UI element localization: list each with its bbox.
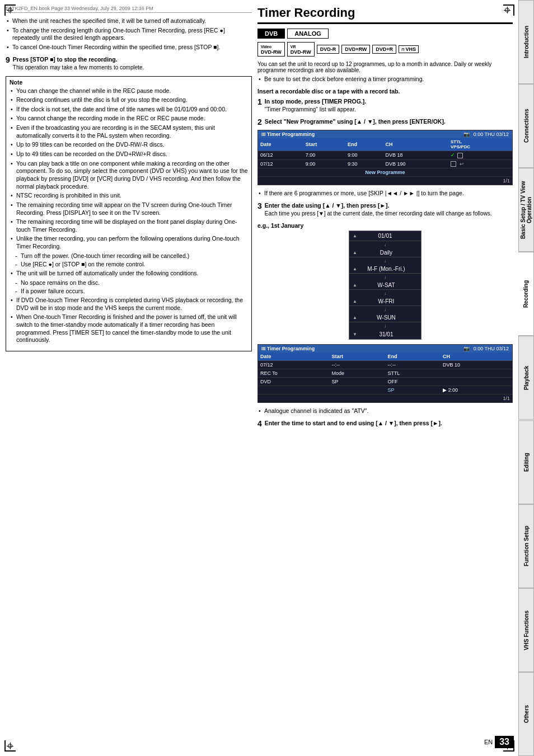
cell2-sp-val: ▶ 2:00 — [441, 386, 512, 394]
disc-icon-dvd-r: DVD-R — [317, 45, 340, 54]
cell-sttl: ↩ — [448, 159, 512, 168]
timer-prog-title-1: III Timer Programming — [261, 132, 315, 137]
bullet-item: To change the recording length during On… — [6, 27, 252, 42]
en-label: EN — [484, 739, 493, 745]
intro-note-item: Be sure to set the clock before entering… — [257, 76, 513, 83]
date-selector-container: ▲ 01/01 ▲ ↓ ▲ Daily x ↓ ▲ M-F — [257, 231, 513, 340]
arrow-left-daily: ▲ — [353, 250, 357, 255]
col2-start: Start — [329, 353, 385, 361]
date-mf-value: M-F (Mon.-Fri.) — [367, 266, 405, 272]
note-item: You can change the channel while in the … — [10, 87, 248, 95]
table-row: 06/12 7:00 9:00 DVB 18 ✓ — [258, 151, 512, 160]
step-9: 9 Press [STOP ■] to stop the recording. … — [6, 56, 252, 73]
col-ch: CH — [383, 138, 448, 151]
col2-date: Date — [258, 353, 329, 361]
note-condition: No space remains on the disc. — [10, 279, 248, 287]
arrow-up-wfri: ▲ — [353, 299, 357, 304]
arrow-down-5: ↓ — [349, 322, 421, 330]
mode-tabs[interactable]: DVB ANALOG — [257, 29, 513, 39]
note-item: The remaining recording time will appear… — [10, 201, 248, 217]
table-row: 07/12 9:00 9:30 DVB 190 ↩ — [258, 159, 512, 168]
arrow-up-wsun: ▲ — [353, 315, 357, 320]
page-number: 33 — [495, 736, 514, 748]
step-3-sub: Each time you press [▼] at the current d… — [265, 210, 513, 217]
cell2-mode-val: SP — [329, 377, 385, 386]
step-9-number: 9 — [6, 56, 10, 73]
note-item: When One-touch Timer Recording is finish… — [10, 313, 248, 344]
insert-note: Insert a recordable disc or a tape with … — [257, 88, 513, 95]
right-sidebar: Introduction Connections Basic Setup / T… — [518, 0, 534, 756]
timer-programming-box-2: III Timer Programming 📷 0:00 THU 03/12 D… — [257, 344, 513, 403]
date-selector[interactable]: ▲ 01/01 ▲ ↓ ▲ Daily x ↓ ▲ M-F — [349, 231, 421, 340]
step2-note: If there are 6 programmes or more, use [… — [257, 190, 513, 198]
step-3-number: 3 — [257, 202, 262, 219]
step-1: 1 In stop mode, press [TIMER PROG.]. "Ti… — [257, 98, 513, 115]
timer-prog-clock-2: 📷 0:00 THU 03/12 — [463, 346, 509, 351]
sidebar-tab-connections[interactable]: Connections — [518, 84, 534, 168]
note-condition: If a power failure occurs. — [10, 288, 248, 295]
timer-prog-clock-1: 📷 0:00 THU 03/12 — [463, 132, 509, 137]
step-4-number: 4 — [257, 420, 262, 428]
timer-prog-table-1: Date Start End CH STTLVPS/PDC 06/12 7:00… — [258, 138, 512, 177]
note-item: Up to 49 titles can be recorded on the D… — [10, 151, 248, 158]
timer-programming-box-1: III Timer Programming 📷 0:00 THU 03/12 D… — [257, 130, 513, 185]
cell-end: 9:30 — [345, 159, 383, 168]
col2-end: End — [386, 353, 441, 361]
sidebar-tab-basic-setup[interactable]: Basic Setup / TV View Operation — [518, 168, 534, 252]
left-column: E9TK2FD_EN.book Page 33 Wednesday, July … — [6, 6, 252, 750]
cell2-empty — [441, 369, 512, 377]
tab-dvb[interactable]: DVB — [257, 29, 285, 39]
cell-start: 9:00 — [303, 159, 345, 168]
disc-icons: Video DVD-RW VR DVD-RW DVD-R DVD+RW DVD+… — [257, 42, 513, 57]
step-9-title: Press [STOP ■] to stop the recording. — [13, 56, 118, 63]
date-wfri-value: W-FRI — [378, 298, 395, 304]
cell-date: 07/12 — [258, 159, 303, 168]
sidebar-tab-recording[interactable]: Recording — [518, 252, 534, 336]
step-3-title: Enter the date using [▲ / ▼], then press… — [265, 202, 390, 209]
sidebar-tab-playback[interactable]: Playback — [518, 336, 534, 420]
intro-text: You can set the unit to record up to 12 … — [257, 61, 513, 73]
sidebar-tab-function-setup[interactable]: Function Setup — [518, 504, 534, 588]
cell2-sttl-val: OFF — [386, 377, 441, 386]
cell-end: 9:00 — [345, 151, 383, 160]
cell-ch: DVB 18 — [383, 151, 448, 160]
step-4: 4 Enter the time to start and to end usi… — [257, 420, 513, 428]
eg-label: e.g., 1st January — [257, 222, 513, 229]
sidebar-tab-editing[interactable]: Editing — [518, 420, 534, 504]
table-row-2: 07/12 --:-- --:-- DVB 10 — [258, 360, 512, 369]
arrow-up-wsat: ▲ — [353, 283, 357, 288]
date-wsat-value: W-SAT — [377, 282, 395, 288]
cell2-mode-label: Mode — [329, 369, 385, 377]
sidebar-tab-introduction[interactable]: Introduction — [518, 0, 534, 84]
new-programme-row: New Programme — [258, 168, 512, 177]
date-wsun-value: W-SUN — [377, 314, 396, 321]
note-item: Recording continues until the disc is fu… — [10, 96, 248, 104]
date-wsun-row: ▲ W-SUN x — [349, 313, 421, 322]
note-item: The remaining recording time will be dis… — [10, 218, 248, 233]
arrow-down-1: ↓ — [349, 257, 421, 265]
date-daily-row: ▲ Daily x — [349, 248, 421, 257]
note-item: Up to 99 titles can be recorded on the D… — [10, 141, 248, 149]
sidebar-tab-vhs-functions[interactable]: VHS Functions — [518, 588, 534, 672]
step-2-title: Select "New Programme" using [▲ / ▼], th… — [265, 118, 446, 125]
col2-ch: CH — [441, 353, 512, 361]
disc-icon-dvd-rw-vr: VR DVD-RW — [287, 42, 315, 57]
note-item: NTSC recording is prohibited in this uni… — [10, 192, 248, 200]
note-sub-item: Turn off the power. (One-touch timer rec… — [10, 252, 248, 260]
step-3: 3 Enter the date using [▲ / ▼], then pre… — [257, 202, 513, 219]
bullet-item: When the unit reaches the specified time… — [6, 17, 252, 25]
sidebar-tab-others[interactable]: Others — [518, 672, 534, 756]
tab-analog[interactable]: ANALOG — [287, 29, 329, 39]
cell-ch: DVB 190 — [383, 159, 448, 168]
cell2-rec-to-label: REC To — [258, 369, 329, 377]
page-header: E9TK2FD_EN.book Page 33 Wednesday, July … — [6, 6, 252, 13]
intro-bullets: When the unit reaches the specified time… — [6, 17, 252, 51]
cell-start: 7:00 — [303, 151, 345, 160]
page-footer: EN 33 — [484, 736, 514, 748]
table-row-labels: REC To Mode STTL — [258, 369, 512, 377]
cell2-date: 07/12 — [258, 360, 329, 369]
step-1-number: 1 — [257, 98, 262, 115]
date-top-value: 01/01 — [378, 233, 392, 239]
note-item: Even if the broadcasting you are recordi… — [10, 124, 248, 139]
disc-icon-dvd-rw-video: Video DVD-RW — [257, 42, 285, 57]
